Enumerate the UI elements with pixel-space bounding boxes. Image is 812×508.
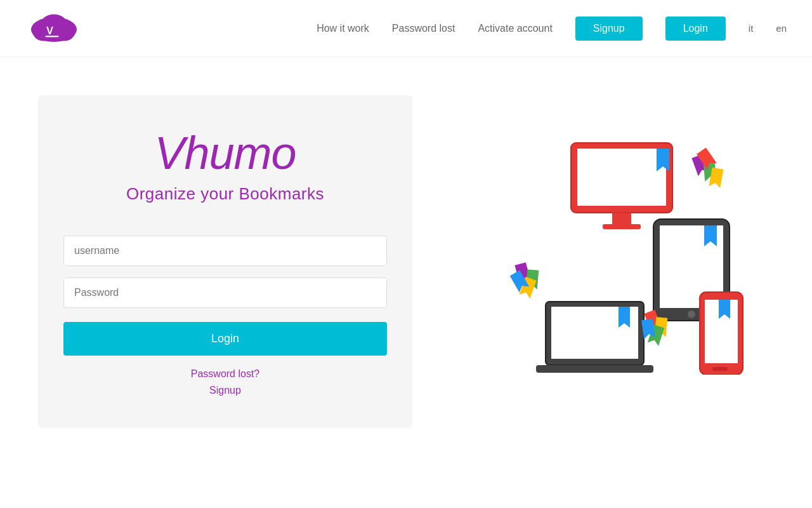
monitor-device <box>571 143 672 229</box>
brand-subtitle: Organize your Bookmarks <box>126 184 324 204</box>
username-group <box>63 236 387 266</box>
lang-it[interactable]: it <box>749 23 754 34</box>
login-card: Vhumo Organize your Bookmarks Login Pass… <box>38 95 412 428</box>
illustration <box>450 95 774 375</box>
svg-rect-25 <box>536 365 653 373</box>
navbar: V How it work Password lost Activate acc… <box>0 0 812 57</box>
nav-password-lost[interactable]: Password lost <box>392 23 455 34</box>
laptop-device <box>536 302 653 373</box>
phone-device <box>700 292 743 375</box>
svg-text:V: V <box>46 25 53 36</box>
bookmarks-top-right <box>691 148 723 189</box>
login-nav-button[interactable]: Login <box>665 17 726 41</box>
svg-point-3 <box>41 14 67 35</box>
brand-title: Vhumo <box>154 127 296 179</box>
signup-button[interactable]: Signup <box>575 17 643 41</box>
password-input[interactable] <box>63 277 387 308</box>
svg-rect-7 <box>577 149 666 206</box>
login-submit-button[interactable]: Login <box>63 322 387 356</box>
password-group <box>63 277 387 308</box>
devices-illustration <box>479 108 745 375</box>
bookmarks-center-left <box>510 262 539 298</box>
nav-links: How it work Password lost Activate accou… <box>317 17 787 41</box>
main-content: Vhumo Organize your Bookmarks Login Pass… <box>0 57 812 453</box>
svg-rect-5 <box>46 36 59 37</box>
signup-link[interactable]: Signup <box>209 385 241 396</box>
nav-activate-account[interactable]: Activate account <box>478 23 552 34</box>
svg-rect-8 <box>612 213 631 225</box>
svg-point-17 <box>688 311 695 318</box>
svg-rect-33 <box>712 367 728 371</box>
password-lost-link[interactable]: Password lost? <box>191 368 260 380</box>
logo-icon: V <box>25 10 82 48</box>
svg-rect-9 <box>603 224 641 229</box>
lang-en[interactable]: en <box>776 23 787 34</box>
logo-link[interactable]: V <box>25 10 82 48</box>
nav-how-it-work[interactable]: How it work <box>317 23 369 34</box>
username-input[interactable] <box>63 236 387 266</box>
